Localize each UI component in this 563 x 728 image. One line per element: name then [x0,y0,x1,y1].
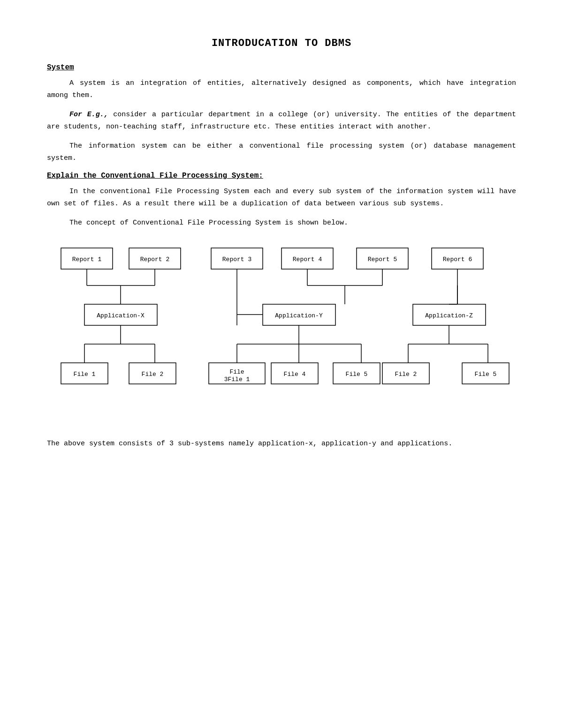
cfps-para-2: The concept of Conventional File Process… [47,217,516,229]
page-title: INTRODUCATION TO DBMS [47,38,516,49]
file4-label: File 4 [284,371,306,378]
system-para-1: A system is an integration of entities, … [47,77,516,101]
cfps-section: Explain the Conventional File Processing… [47,172,516,229]
file5y-label: File 5 [346,371,368,378]
system-para-2: For E.g., consider a particular departme… [47,109,516,133]
system-heading: System [47,63,516,72]
cfps-para-1: In the conventional File Processing Syst… [47,186,516,210]
report1-label: Report 1 [72,256,102,263]
conclusion-section: The above system consists of 3 sub-syste… [47,438,516,450]
cfps-heading: Explain the Conventional File Processing… [47,172,516,180]
page: INTRODUCATION TO DBMS System A system is… [0,0,563,728]
diagram-container: .box { fill: white; stroke: #000; stroke… [47,243,516,424]
diagram-svg: .box { fill: white; stroke: #000; stroke… [47,243,516,421]
for-eg-label: For E.g., [69,111,108,119]
report4-label: Report 4 [293,256,322,263]
file5z-label: File 5 [475,371,497,378]
appy-label: Application-Y [275,312,323,319]
file1-label: File 1 [74,371,96,378]
file3-label-1: File [229,368,244,375]
report2-label: Report 2 [140,256,169,263]
system-para-3: The information system can be either a c… [47,140,516,164]
report5-label: Report 5 [368,256,397,263]
appz-label: Application-Z [425,312,473,319]
appx-label: Application-X [97,312,145,319]
file2z-label: File 2 [395,371,417,378]
file3-label-2: 3File 1 [224,376,250,383]
conclusion-para: The above system consists of 3 sub-syste… [47,438,516,450]
report6-label: Report 6 [443,256,472,263]
report3-label: Report 3 [222,256,251,263]
system-section: System A system is an integration of ent… [47,63,516,164]
file2x-label: File 2 [142,371,164,378]
